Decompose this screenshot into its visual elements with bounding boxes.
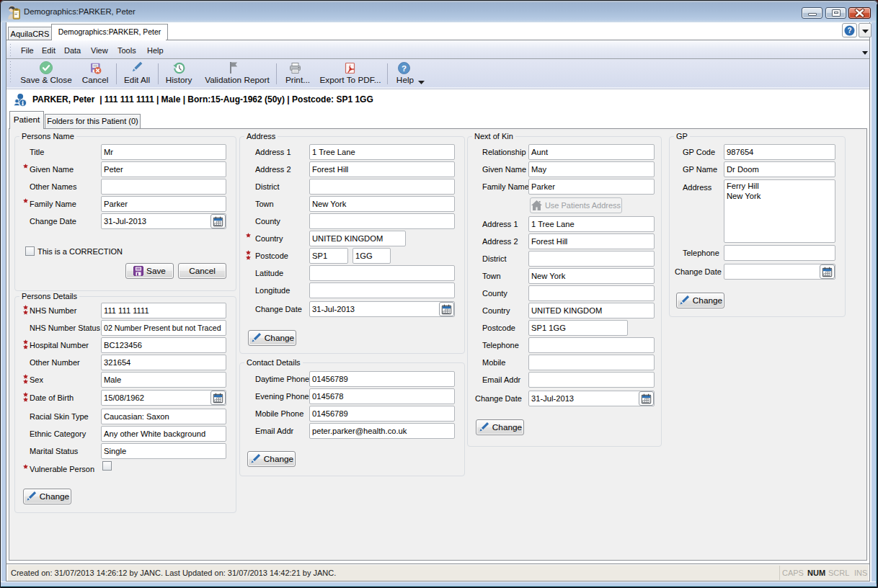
svg-text:?: ? <box>402 64 407 73</box>
svg-text:?: ? <box>847 27 851 35</box>
